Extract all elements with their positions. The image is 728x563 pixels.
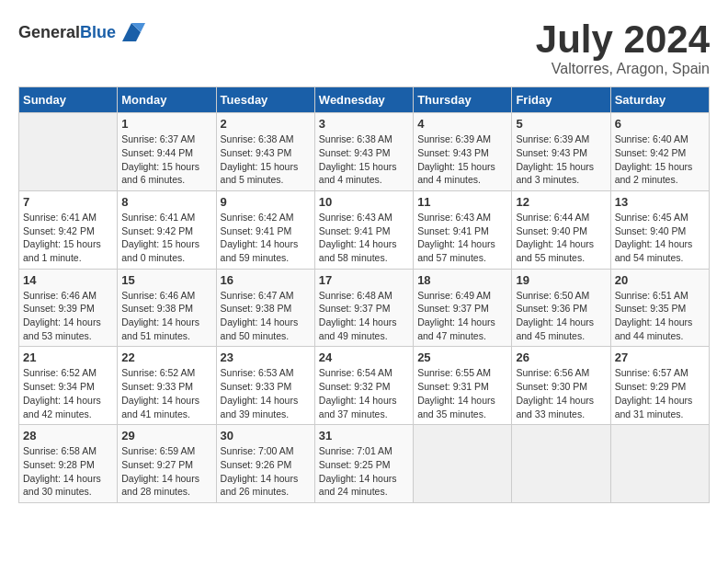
calendar-cell: 9Sunrise: 6:42 AMSunset: 9:41 PMDaylight… xyxy=(216,190,314,269)
calendar-cell: 13Sunrise: 6:45 AMSunset: 9:40 PMDayligh… xyxy=(610,190,709,269)
day-number: 9 xyxy=(221,195,311,209)
calendar-week-5: 28Sunrise: 6:58 AMSunset: 9:28 PMDayligh… xyxy=(19,425,710,503)
day-info: Sunrise: 6:50 AMSunset: 9:36 PMDaylight:… xyxy=(516,289,606,343)
calendar-cell: 12Sunrise: 6:44 AMSunset: 9:40 PMDayligh… xyxy=(512,190,610,269)
day-number: 25 xyxy=(417,350,507,364)
logo-icon xyxy=(118,18,145,46)
calendar-cell: 27Sunrise: 6:57 AMSunset: 9:29 PMDayligh… xyxy=(610,347,709,425)
day-number: 22 xyxy=(121,350,211,364)
calendar-body: 1Sunrise: 6:37 AMSunset: 9:44 PMDaylight… xyxy=(19,113,710,503)
day-info: Sunrise: 6:46 AMSunset: 9:39 PMDaylight:… xyxy=(23,289,113,343)
day-number: 10 xyxy=(319,195,409,209)
day-number: 5 xyxy=(516,117,606,131)
calendar-cell: 11Sunrise: 6:43 AMSunset: 9:41 PMDayligh… xyxy=(414,190,512,269)
day-header-sunday: Sunday xyxy=(19,87,118,113)
calendar-cell: 10Sunrise: 6:43 AMSunset: 9:41 PMDayligh… xyxy=(314,190,413,269)
day-info: Sunrise: 6:51 AMSunset: 9:35 PMDaylight:… xyxy=(615,289,705,343)
calendar-cell: 14Sunrise: 6:46 AMSunset: 9:39 PMDayligh… xyxy=(19,269,118,347)
day-info: Sunrise: 6:53 AMSunset: 9:33 PMDaylight:… xyxy=(221,366,311,420)
day-info: Sunrise: 7:01 AMSunset: 9:25 PMDaylight:… xyxy=(319,444,409,499)
calendar-cell: 5Sunrise: 6:39 AMSunset: 9:43 PMDaylight… xyxy=(512,113,610,191)
calendar-cell: 18Sunrise: 6:49 AMSunset: 9:37 PMDayligh… xyxy=(414,269,512,347)
day-header-friday: Friday xyxy=(512,87,610,113)
day-number: 6 xyxy=(615,117,705,131)
calendar-table: SundayMondayTuesdayWednesdayThursdayFrid… xyxy=(18,86,710,503)
subtitle: Valtorres, Aragon, Spain xyxy=(536,61,710,77)
calendar-cell xyxy=(19,113,118,191)
calendar-cell: 2Sunrise: 6:38 AMSunset: 9:43 PMDaylight… xyxy=(216,113,314,191)
day-info: Sunrise: 6:40 AMSunset: 9:42 PMDaylight:… xyxy=(615,132,705,187)
calendar-cell: 1Sunrise: 6:37 AMSunset: 9:44 PMDaylight… xyxy=(118,113,216,191)
day-header-monday: Monday xyxy=(118,87,216,113)
calendar-cell: 20Sunrise: 6:51 AMSunset: 9:35 PMDayligh… xyxy=(610,269,709,347)
day-info: Sunrise: 6:55 AMSunset: 9:31 PMDaylight:… xyxy=(417,366,507,420)
calendar-cell: 28Sunrise: 6:58 AMSunset: 9:28 PMDayligh… xyxy=(19,425,118,503)
day-number: 31 xyxy=(319,429,409,442)
day-number: 19 xyxy=(516,273,606,287)
day-number: 13 xyxy=(615,195,705,209)
day-info: Sunrise: 6:52 AMSunset: 9:33 PMDaylight:… xyxy=(121,366,211,420)
day-info: Sunrise: 6:42 AMSunset: 9:41 PMDaylight:… xyxy=(221,211,311,265)
calendar-cell: 17Sunrise: 6:48 AMSunset: 9:37 PMDayligh… xyxy=(314,269,413,347)
calendar-week-1: 1Sunrise: 6:37 AMSunset: 9:44 PMDaylight… xyxy=(19,113,710,191)
day-number: 16 xyxy=(221,273,311,287)
day-number: 18 xyxy=(417,273,507,287)
calendar-week-2: 7Sunrise: 6:41 AMSunset: 9:42 PMDaylight… xyxy=(19,190,710,269)
day-number: 28 xyxy=(23,429,113,442)
day-number: 26 xyxy=(516,350,606,364)
day-number: 14 xyxy=(23,273,113,287)
day-number: 23 xyxy=(221,350,311,364)
calendar-cell: 16Sunrise: 6:47 AMSunset: 9:38 PMDayligh… xyxy=(216,269,314,347)
calendar-cell: 19Sunrise: 6:50 AMSunset: 9:36 PMDayligh… xyxy=(512,269,610,347)
calendar-cell xyxy=(414,425,512,503)
calendar-cell: 6Sunrise: 6:40 AMSunset: 9:42 PMDaylight… xyxy=(610,113,709,191)
calendar-cell: 21Sunrise: 6:52 AMSunset: 9:34 PMDayligh… xyxy=(19,347,118,425)
calendar-cell: 31Sunrise: 7:01 AMSunset: 9:25 PMDayligh… xyxy=(314,425,413,503)
calendar-header-row: SundayMondayTuesdayWednesdayThursdayFrid… xyxy=(19,87,710,113)
day-number: 12 xyxy=(516,195,606,209)
day-info: Sunrise: 6:44 AMSunset: 9:40 PMDaylight:… xyxy=(516,211,606,265)
day-info: Sunrise: 6:37 AMSunset: 9:44 PMDaylight:… xyxy=(121,132,211,187)
day-number: 15 xyxy=(121,273,211,287)
calendar-week-4: 21Sunrise: 6:52 AMSunset: 9:34 PMDayligh… xyxy=(19,347,710,425)
day-info: Sunrise: 6:48 AMSunset: 9:37 PMDaylight:… xyxy=(319,289,409,343)
day-info: Sunrise: 6:43 AMSunset: 9:41 PMDaylight:… xyxy=(319,211,409,265)
day-number: 29 xyxy=(121,429,211,442)
title-area: July 2024 Valtorres, Aragon, Spain xyxy=(536,18,710,77)
day-header-saturday: Saturday xyxy=(610,87,709,113)
day-info: Sunrise: 6:59 AMSunset: 9:27 PMDaylight:… xyxy=(121,444,211,499)
calendar-cell: 15Sunrise: 6:46 AMSunset: 9:38 PMDayligh… xyxy=(118,269,216,347)
calendar-cell: 25Sunrise: 6:55 AMSunset: 9:31 PMDayligh… xyxy=(414,347,512,425)
day-number: 4 xyxy=(417,117,507,131)
main-title: July 2024 xyxy=(536,18,710,61)
calendar-cell xyxy=(610,425,709,503)
day-header-thursday: Thursday xyxy=(414,87,512,113)
day-info: Sunrise: 6:47 AMSunset: 9:38 PMDaylight:… xyxy=(221,289,311,343)
day-info: Sunrise: 6:56 AMSunset: 9:30 PMDaylight:… xyxy=(516,366,606,420)
calendar-cell: 30Sunrise: 7:00 AMSunset: 9:26 PMDayligh… xyxy=(216,425,314,503)
day-number: 3 xyxy=(319,117,409,131)
logo: GeneralBlue xyxy=(18,18,145,46)
day-number: 27 xyxy=(615,350,705,364)
day-header-tuesday: Tuesday xyxy=(216,87,314,113)
day-info: Sunrise: 6:43 AMSunset: 9:41 PMDaylight:… xyxy=(417,211,507,265)
day-number: 11 xyxy=(417,195,507,209)
calendar-cell: 4Sunrise: 6:39 AMSunset: 9:43 PMDaylight… xyxy=(414,113,512,191)
day-info: Sunrise: 6:38 AMSunset: 9:43 PMDaylight:… xyxy=(221,132,311,187)
day-info: Sunrise: 6:54 AMSunset: 9:32 PMDaylight:… xyxy=(319,366,409,420)
day-number: 7 xyxy=(23,195,113,209)
calendar-cell: 7Sunrise: 6:41 AMSunset: 9:42 PMDaylight… xyxy=(19,190,118,269)
day-number: 2 xyxy=(221,117,311,131)
calendar-cell: 23Sunrise: 6:53 AMSunset: 9:33 PMDayligh… xyxy=(216,347,314,425)
day-number: 8 xyxy=(121,195,211,209)
calendar-cell: 29Sunrise: 6:59 AMSunset: 9:27 PMDayligh… xyxy=(118,425,216,503)
calendar-cell: 24Sunrise: 6:54 AMSunset: 9:32 PMDayligh… xyxy=(314,347,413,425)
header: GeneralBlue July 2024 Valtorres, Aragon,… xyxy=(18,18,710,77)
calendar-week-3: 14Sunrise: 6:46 AMSunset: 9:39 PMDayligh… xyxy=(19,269,710,347)
calendar-cell: 26Sunrise: 6:56 AMSunset: 9:30 PMDayligh… xyxy=(512,347,610,425)
day-number: 24 xyxy=(319,350,409,364)
calendar-cell: 3Sunrise: 6:38 AMSunset: 9:43 PMDaylight… xyxy=(314,113,413,191)
day-info: Sunrise: 6:52 AMSunset: 9:34 PMDaylight:… xyxy=(23,366,113,420)
day-info: Sunrise: 6:38 AMSunset: 9:43 PMDaylight:… xyxy=(319,132,409,187)
day-number: 30 xyxy=(221,429,311,442)
